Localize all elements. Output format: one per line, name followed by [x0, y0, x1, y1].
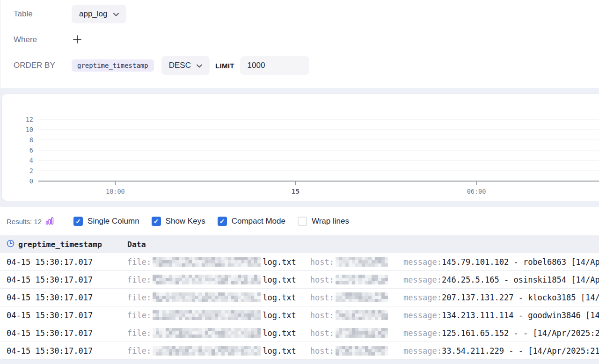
bar-chart-icon: [45, 217, 54, 226]
row-data-cell: file:log.txthost:message:134.213.111.114…: [127, 310, 599, 320]
checked-checkbox-icon[interactable]: ✓: [152, 217, 161, 226]
limit-label: LIMIT: [215, 62, 234, 70]
checkbox-single-column[interactable]: ✓Single Column: [73, 217, 139, 226]
divider: [0, 88, 599, 94]
redacted-value: [153, 275, 261, 284]
y-axis-tick-label: 6: [29, 146, 33, 154]
file-key: file:: [127, 311, 151, 320]
checkbox-wrap-lines[interactable]: Wrap lines: [298, 217, 349, 226]
table-label: Table: [14, 9, 72, 19]
file-key: file:: [127, 293, 151, 302]
message-value: 134.213.111.114 - goodwin3846 [14: [442, 311, 599, 320]
chevron-down-icon: [113, 13, 119, 16]
table-select[interactable]: app_log: [72, 5, 126, 23]
chart-toggle-button[interactable]: [45, 217, 54, 226]
message-field: message:246.25.5.165 - osinski1854 [14/A…: [403, 275, 599, 284]
row-data-cell: file:log.txthost:message:246.25.5.165 - …: [127, 275, 599, 284]
row-timestamp: 04-15 15:30:17.017: [0, 275, 127, 284]
log-results-table: greptime_timestamp Data 04-15 15:30:17.0…: [0, 235, 599, 364]
redacted-value: [336, 292, 388, 302]
y-axis-tick-label: 10: [26, 126, 33, 133]
row-timestamp: 04-15 15:30:17.017: [0, 293, 127, 302]
host-field: host:: [310, 257, 389, 267]
table-row[interactable]: 04-15 15:30:17.017file:log.txthost:messa…: [0, 324, 599, 342]
add-filter-button[interactable]: [72, 34, 83, 45]
results-count: Results: 12: [7, 218, 42, 226]
y-axis-tick-label: 12: [26, 116, 33, 123]
timestamp-column-header[interactable]: greptime_timestamp: [0, 240, 127, 249]
log-query-page: Table app_log Where ORDER BY greptime_ti…: [0, 0, 599, 364]
x-axis-tick-label: 15: [292, 188, 300, 195]
table-row: Table app_log: [14, 5, 599, 23]
host-field: host:: [310, 310, 389, 320]
divider: [0, 201, 599, 207]
x-axis-tick-label: 06:00: [467, 188, 486, 195]
host-key: host:: [310, 293, 334, 302]
redacted-value: [336, 328, 388, 338]
results-toolbar: Results: 12 ✓Single Column✓Show Keys✓Com…: [0, 207, 599, 235]
order-by-field-tag[interactable]: greptime_timestamp: [72, 59, 154, 72]
checkbox-show-keys[interactable]: ✓Show Keys: [152, 217, 205, 226]
unchecked-checkbox-icon[interactable]: [298, 217, 307, 226]
checkbox-label: Single Column: [88, 217, 139, 226]
redacted-value: [153, 292, 261, 302]
time-histogram-chart[interactable]: 02468101218:001506:00: [2, 94, 599, 201]
file-suffix: log.txt: [263, 257, 296, 267]
checkbox-compact-mode[interactable]: ✓Compact Mode: [218, 217, 285, 226]
message-field: message:145.79.101.102 - robel6863 [14/A…: [403, 257, 599, 267]
order-by-label: ORDER BY: [14, 61, 72, 70]
host-field: host:: [310, 292, 389, 302]
message-key: message:: [403, 328, 442, 338]
file-field: file:log.txt: [127, 275, 296, 284]
redacted-value: [336, 257, 388, 267]
file-field: file:log.txt: [127, 328, 296, 338]
file-key: file:: [127, 257, 151, 267]
data-column-header[interactable]: Data: [127, 240, 146, 249]
order-direction-select[interactable]: DESC: [161, 56, 210, 75]
redacted-value: [153, 346, 261, 356]
table-row[interactable]: 04-15 15:30:17.017file:log.txthost:messa…: [0, 306, 599, 324]
table-select-value: app_log: [79, 9, 108, 19]
message-key: message:: [403, 293, 442, 302]
table-header: greptime_timestamp Data: [0, 235, 599, 253]
file-suffix: log.txt: [263, 311, 296, 320]
query-builder: Table app_log Where ORDER BY greptime_ti…: [0, 0, 599, 88]
row-data-cell: file:log.txthost:message:145.79.101.102 …: [127, 257, 599, 267]
message-value: 145.79.101.102 - robel6863 [14/Ap: [442, 257, 599, 267]
checked-checkbox-icon[interactable]: ✓: [73, 217, 83, 226]
where-label: Where: [14, 35, 72, 44]
y-axis-tick-label: 2: [29, 167, 33, 175]
view-options: ✓Single Column✓Show Keys✓Compact ModeWra…: [73, 217, 349, 226]
host-field: host:: [310, 346, 389, 356]
y-axis-tick-label: 8: [29, 136, 33, 144]
file-field: file:log.txt: [127, 346, 296, 356]
file-key: file:: [127, 328, 151, 338]
file-key: file:: [127, 275, 151, 284]
file-suffix: log.txt: [263, 293, 296, 302]
file-suffix: log.txt: [263, 328, 296, 338]
host-field: host:: [310, 328, 389, 338]
histogram-card: 02468101218:001506:00: [1, 94, 599, 201]
redacted-value: [153, 310, 261, 320]
y-axis-tick-label: 0: [29, 177, 33, 185]
redacted-value: [153, 257, 261, 267]
plus-icon: [73, 35, 82, 45]
table-row[interactable]: 04-15 15:30:17.017file:log.txthost:messa…: [0, 271, 599, 289]
order-by-row: ORDER BY greptime_timestamp DESC LIMIT: [14, 56, 599, 75]
message-field: message:125.161.65.152 - - [14/Apr/2025:…: [403, 328, 599, 338]
row-data-cell: file:log.txthost:message:207.137.131.227…: [127, 292, 599, 302]
table-row[interactable]: 04-15 15:30:17.017file:log.txthost:messa…: [0, 342, 599, 360]
row-data-cell: file:log.txthost:message:125.161.65.152 …: [127, 328, 599, 338]
timestamp-column-label: greptime_timestamp: [18, 240, 102, 249]
table-row[interactable]: 04-15 15:30:17.017file:log.txthost:messa…: [0, 253, 599, 271]
table-row[interactable]: 04-15 15:30:17.017file:log.txthost:messa…: [0, 289, 599, 306]
clock-icon: [7, 240, 15, 249]
file-key: file:: [127, 346, 151, 356]
file-suffix: log.txt: [263, 275, 296, 284]
checkbox-label: Compact Mode: [232, 217, 285, 226]
row-timestamp: 04-15 15:30:17.017: [0, 328, 127, 338]
message-field: message:207.137.131.227 - klocko3185 [14…: [403, 293, 599, 302]
message-key: message:: [403, 311, 442, 320]
checked-checkbox-icon[interactable]: ✓: [218, 217, 227, 226]
limit-input[interactable]: [240, 56, 309, 75]
